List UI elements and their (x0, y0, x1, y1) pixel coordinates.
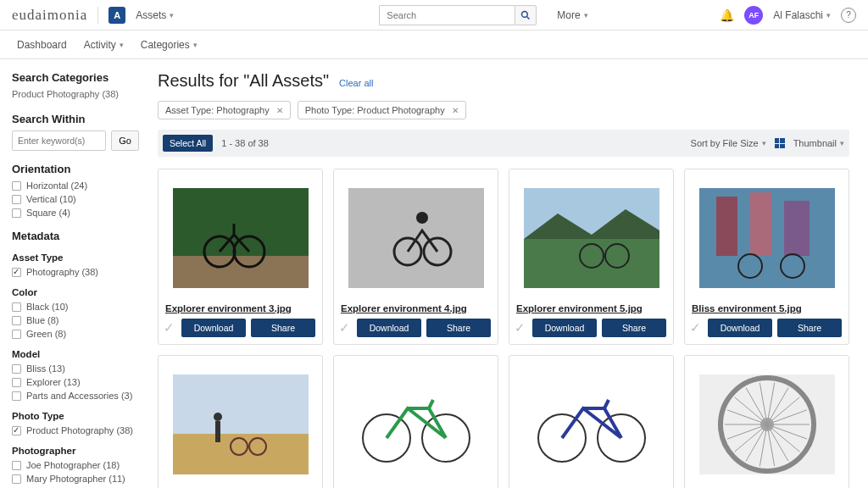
notifications-icon[interactable]: 🔔 (720, 8, 734, 22)
share-button[interactable]: Share (426, 319, 491, 337)
facet-label: Mary Photographer (11) (26, 474, 125, 484)
top-right-controls: 🔔 AF Al Falaschi ▾ ? (720, 6, 856, 25)
download-button[interactable]: Download (708, 319, 772, 337)
chip-remove-icon[interactable]: ✕ (276, 106, 283, 115)
facet-option[interactable]: Parts and Accessories (3) (12, 391, 139, 401)
facet-label: Green (8) (26, 329, 66, 339)
checkbox-icon[interactable] (12, 330, 21, 339)
select-check-icon[interactable]: ✓ (164, 320, 175, 336)
search-button[interactable] (515, 5, 537, 25)
facet-option[interactable]: Product Photography (38) (12, 425, 139, 435)
svg-rect-12 (524, 239, 659, 288)
checkbox-icon[interactable] (12, 208, 21, 218)
nav-dashboard[interactable]: Dashboard (17, 39, 67, 51)
go-button[interactable]: Go (111, 130, 139, 151)
checkbox-icon[interactable] (12, 391, 21, 401)
facet-option[interactable]: Mary Photographer (11) (12, 474, 139, 484)
svg-rect-25 (215, 421, 220, 442)
app-switcher-icon[interactable]: A (108, 7, 125, 24)
asset-filename[interactable]: Explorer environment 4.jpg (341, 303, 467, 313)
facet-orientation: Horizontal (24)Vertical (10)Square (4) (12, 180, 139, 218)
search-icon (520, 10, 531, 20)
asset-card: Rim 2.jpg✓DownloadShare (684, 355, 849, 488)
facet-option[interactable]: Bliss (13) (12, 363, 139, 374)
select-check-icon[interactable]: ✓ (515, 320, 526, 336)
results-title-prefix: Results for (158, 71, 243, 90)
facet-option[interactable]: Horizontal (24) (12, 180, 139, 191)
chip-remove-icon[interactable]: ✕ (452, 106, 459, 115)
download-button[interactable]: Download (181, 319, 246, 337)
search-input[interactable] (379, 5, 515, 25)
asset-thumbnail[interactable] (524, 188, 659, 288)
search-categories-heading: Search Categories (12, 71, 139, 84)
asset-thumbnail[interactable] (348, 374, 484, 474)
facet-model: Bliss (13)Explorer (13)Parts and Accesso… (12, 363, 139, 401)
facet-option[interactable]: Vertical (10) (12, 194, 139, 204)
facet-label: Square (4) (26, 208, 70, 218)
assets-label: Assets (136, 9, 166, 21)
chevron-down-icon: ▾ (840, 139, 844, 147)
facet-option[interactable]: Explorer (13) (12, 377, 139, 387)
facet-option[interactable]: Square (4) (12, 208, 139, 218)
help-icon[interactable]: ? (841, 8, 856, 23)
asset-thumbnail[interactable] (524, 374, 659, 474)
search-within-heading: Search Within (12, 113, 139, 125)
checkbox-icon[interactable] (12, 461, 21, 470)
asset-thumbnail[interactable] (173, 188, 309, 288)
asset-filename[interactable]: Explorer environment 3.jpg (165, 303, 292, 313)
select-all-button[interactable]: Select All (163, 135, 213, 152)
asset-thumbnail[interactable] (173, 374, 309, 474)
nav-categories[interactable]: Categories ▾ (141, 39, 198, 51)
asset-filename[interactable]: Bliss environment 5.jpg (692, 303, 802, 313)
nav-activity-label: Activity (84, 39, 116, 51)
breadcrumb[interactable]: Product Photography (38) (12, 89, 139, 99)
asset-thumbnail[interactable] (699, 374, 835, 474)
checkbox-icon[interactable] (12, 316, 21, 325)
chevron-down-icon: ▾ (584, 11, 588, 19)
checkbox-icon[interactable] (12, 364, 21, 374)
facet-option[interactable]: Photography (38) (12, 267, 139, 277)
grid-view-icon[interactable] (775, 138, 785, 148)
asset-thumbnail[interactable] (699, 188, 835, 288)
select-check-icon[interactable]: ✓ (690, 320, 701, 336)
checkbox-icon[interactable] (12, 181, 21, 191)
assets-dropdown[interactable]: Assets ▾ (136, 9, 174, 21)
checkbox-icon[interactable] (12, 378, 21, 387)
asset-filename[interactable]: Explorer environment 5.jpg (516, 303, 643, 313)
svg-rect-31 (524, 374, 659, 474)
facet-label: Black (10) (26, 302, 69, 312)
share-button[interactable]: Share (777, 319, 842, 337)
facet-option[interactable]: Joe Photographer (18) (12, 460, 139, 470)
sort-dropdown[interactable]: Sort by File Size ▾ (691, 138, 766, 148)
user-name: Al Falaschi (773, 9, 823, 21)
avatar[interactable]: AF (744, 6, 763, 25)
download-button[interactable]: Download (357, 319, 421, 337)
checkbox-icon[interactable] (12, 195, 21, 204)
facet-option[interactable]: Blue (8) (12, 315, 139, 325)
svg-point-26 (214, 413, 222, 421)
facet-model-heading: Model (12, 349, 139, 359)
checkbox-icon[interactable] (12, 474, 21, 484)
asset-card: Bliss_blue.jpg✓DownloadShare (509, 355, 674, 488)
facet-photographer-heading: Photographer (12, 446, 139, 456)
download-button[interactable]: Download (532, 319, 597, 337)
nav-activity[interactable]: Activity ▾ (84, 39, 124, 51)
share-button[interactable]: Share (602, 319, 666, 337)
card-actions: ✓DownloadShare (516, 319, 666, 337)
view-dropdown[interactable]: Thumbnail ▾ (793, 138, 844, 148)
facet-option[interactable]: Black (10) (12, 302, 139, 312)
select-check-icon[interactable]: ✓ (339, 320, 350, 336)
chevron-down-icon: ▾ (170, 11, 174, 19)
checkbox-icon[interactable] (12, 268, 21, 277)
keyword-input[interactable] (12, 130, 106, 151)
checkbox-icon[interactable] (12, 426, 21, 435)
checkbox-icon[interactable] (12, 302, 21, 312)
svg-rect-17 (750, 192, 771, 256)
more-dropdown[interactable]: More ▾ (557, 9, 587, 21)
share-button[interactable]: Share (251, 319, 315, 337)
clear-all-link[interactable]: Clear all (339, 78, 373, 88)
global-search (379, 5, 537, 25)
facet-option[interactable]: Green (8) (12, 329, 139, 339)
asset-thumbnail[interactable] (348, 188, 484, 288)
user-menu[interactable]: Al Falaschi ▾ (773, 9, 831, 21)
